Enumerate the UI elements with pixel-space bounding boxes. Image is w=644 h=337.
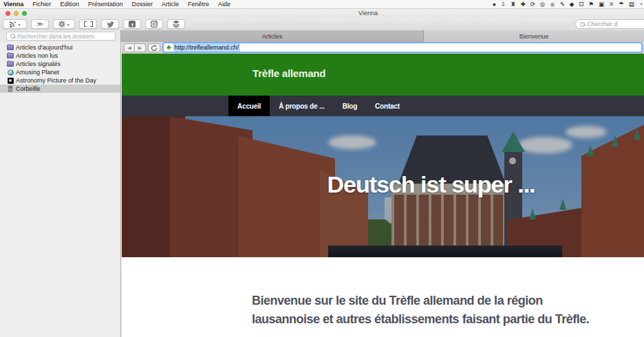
hero-title: Deutsch ist super ...: [327, 171, 535, 198]
facebook-icon: f: [129, 21, 136, 28]
brackets-icon: [84, 21, 87, 27]
menu-apple-app[interactable]: Vienna: [3, 1, 23, 8]
new-subscription-button[interactable]: + ▾: [3, 19, 27, 29]
sidebar-item-astronomy-picture[interactable]: Astronomy Picture of the Day: [0, 76, 120, 85]
zoom-window-button[interactable]: [22, 11, 27, 16]
nav-contact[interactable]: Contact: [366, 96, 409, 116]
close-status-icon[interactable]: ✖: [609, 0, 614, 9]
sidebar-item-label: Corbeille: [16, 85, 41, 92]
minimize-window-button[interactable]: [14, 11, 19, 16]
window-title: Vienna: [337, 9, 399, 18]
reading-pane-button[interactable]: [79, 19, 97, 29]
hero-image-speicherstadt: Deutsch ist super ...: [122, 116, 644, 257]
edit-status-icon[interactable]: ✎: [560, 0, 565, 9]
forward-button[interactable]: ▶: [135, 43, 146, 52]
article-search-placeholder: Chercher d: [587, 21, 618, 28]
vienna-app-window: Vienna Fichier Edition Présentation Doss…: [0, 0, 644, 337]
menu-fichier[interactable]: Fichier: [32, 1, 51, 8]
globe-favicon: [7, 69, 14, 76]
gear-icon: [58, 21, 65, 28]
target-status-icon[interactable]: ◎: [540, 0, 545, 9]
forward-icon: ▶: [138, 45, 142, 51]
webpage-trefleallemand: Trèfle allemand Accueil À propos de ... …: [122, 54, 644, 337]
site-header: Trèfle allemand: [122, 54, 644, 96]
location-status-icon[interactable]: ●: [493, 0, 496, 9]
url-text-selected: http://trefleallemand.ch/: [173, 43, 241, 52]
sidebar-item-label: Amusing Planet: [16, 69, 59, 76]
twitter-icon: [107, 21, 114, 28]
url-field[interactable]: ♣ http://trefleallemand.ch/: [162, 42, 643, 53]
nav-a-propos[interactable]: À propos de ...: [270, 96, 333, 116]
umbrella-status-icon[interactable]: ☂: [619, 0, 624, 9]
back-icon: ◀: [127, 45, 131, 51]
folder-search-placeholder: Rechercher dans les dossiers: [17, 33, 94, 40]
clock-status-icon[interactable]: ◔: [639, 0, 643, 9]
castle-status-icon[interactable]: ♜: [511, 0, 516, 9]
sidebar-item-articles-signales[interactable]: Articles signalés: [0, 60, 120, 68]
folder-search-area: Rechercher dans les dossiers: [0, 30, 121, 42]
toolbar: + ▾ ≫ ▾ f: [0, 18, 644, 30]
chevron-down-icon: ▾: [18, 22, 20, 27]
menu-aide[interactable]: Aide: [218, 1, 230, 8]
rss-plus-icon: +: [9, 21, 17, 28]
share-buffer-button[interactable]: [167, 19, 185, 29]
svg-text:f: f: [131, 22, 133, 28]
back-button[interactable]: ◀: [124, 43, 135, 52]
share-camera-app-button[interactable]: [145, 19, 163, 29]
layers-stack-icon: [173, 21, 180, 28]
sidebar-item-articles-non-lus[interactable]: Articles non lus: [0, 52, 120, 60]
rows-status-icon[interactable]: ▤: [629, 0, 634, 9]
sidebar-item-label: Articles d'aujourd'hui: [16, 44, 72, 51]
menu-article[interactable]: Article: [162, 1, 179, 8]
folder-search-field[interactable]: Rechercher dans les dossiers: [6, 32, 116, 41]
nav-accueil[interactable]: Accueil: [228, 96, 270, 116]
site-favicon-clover-icon: ♣: [167, 44, 171, 51]
chevron-down-icon: ▾: [67, 22, 69, 27]
menu-fenetre[interactable]: Fenêtre: [188, 1, 209, 8]
menu-edition[interactable]: Edition: [60, 1, 79, 8]
download-status-icon[interactable]: ⇩: [501, 0, 506, 9]
trash-icon: [7, 85, 14, 92]
search-icon: [10, 34, 15, 39]
tab-bienvenue[interactable]: Bienvenue: [424, 30, 644, 42]
double-chevron-icon: ≫: [36, 21, 43, 28]
key-status-icon[interactable]: ⚑: [588, 0, 594, 9]
menu-dossier[interactable]: Dossier: [131, 1, 153, 8]
menubar-status-area: ● ⇩ ♜ ✚ ⟳ ◎ ◉ ✎ ◆ ⊡ ⚑ ▣ ✖ ☂ ▤ ◔: [493, 0, 643, 9]
nav-blog[interactable]: Blog: [334, 96, 366, 116]
brackets-icon: [90, 21, 93, 27]
site-title[interactable]: Trèfle allemand: [253, 67, 325, 79]
menu-presentation[interactable]: Présentation: [88, 1, 123, 8]
folders-sidebar: Articles d'aujourd'hui Articles non lus …: [0, 42, 121, 337]
reload-icon: [151, 42, 158, 54]
grid-status-icon[interactable]: ▣: [599, 0, 604, 9]
window-status-icon[interactable]: ⊡: [579, 0, 583, 9]
article-search-field[interactable]: Chercher d: [575, 19, 644, 29]
share-facebook-button[interactable]: f: [123, 19, 141, 29]
sync-status-icon[interactable]: ⟳: [530, 0, 535, 9]
sidebar-item-label: Astronomy Picture of the Day: [16, 77, 96, 84]
actions-button[interactable]: ▾: [53, 19, 75, 29]
browser-pane: ◀ ▶ ♣ http://trefleallemand.ch/ Trèfle a…: [122, 42, 644, 337]
sidebar-item-articles-aujourdhui[interactable]: Articles d'aujourd'hui: [0, 43, 120, 52]
smart-folder-icon: [7, 61, 14, 67]
sidebar-item-label: Articles non lus: [16, 52, 58, 59]
sub-bar: Rechercher dans les dossiers Articles Bi…: [0, 30, 644, 42]
svg-text:+: +: [14, 21, 17, 24]
plus-status-icon[interactable]: ✚: [521, 0, 526, 9]
shield-status-icon[interactable]: ◆: [570, 0, 575, 9]
site-nav: Accueil À propos de ... Blog Contact: [122, 96, 644, 116]
reload-button[interactable]: [148, 43, 160, 52]
skip-folder-button[interactable]: ≫: [31, 19, 49, 29]
welcome-heading: Bienvenue sur le site du Trèfle allemand…: [252, 292, 623, 329]
sidebar-item-label: Articles signalés: [16, 61, 61, 67]
tab-articles[interactable]: Articles: [121, 30, 424, 42]
close-window-button[interactable]: [6, 11, 10, 16]
sidebar-item-corbeille[interactable]: Corbeille: [0, 85, 120, 93]
share-twitter-button[interactable]: [101, 19, 119, 29]
sidebar-item-amusing-planet[interactable]: Amusing Planet: [0, 68, 120, 76]
welcome-heading-line2: lausannoise et autres établissements fai…: [252, 310, 623, 329]
welcome-heading-line1: Bienvenue sur le site du Trèfle allemand…: [252, 292, 623, 310]
menu-bar: Vienna Fichier Edition Présentation Doss…: [0, 0, 644, 9]
record-status-icon[interactable]: ◉: [550, 0, 555, 9]
